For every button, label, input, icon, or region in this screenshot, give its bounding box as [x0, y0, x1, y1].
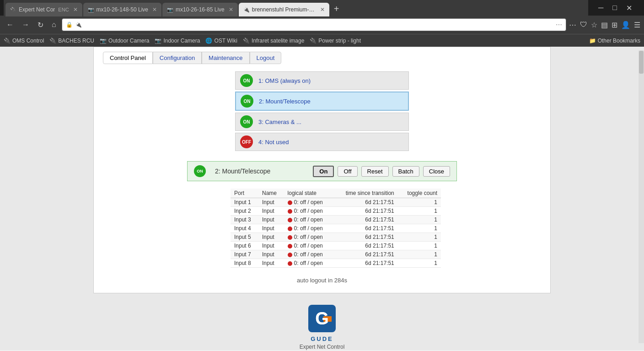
col-toggle: toggle count — [398, 189, 441, 198]
outlet-reset-button[interactable]: Reset — [361, 166, 389, 177]
address-bar[interactable]: 🔒 🔌 ⋯ — [62, 18, 566, 31]
cell-port: Input 2 — [231, 207, 258, 216]
cell-count: 1 — [398, 250, 441, 259]
tab4-close[interactable]: ✕ — [320, 6, 325, 13]
outlet-3-name: 3: Cameras & ... — [258, 119, 301, 125]
cell-count: 1 — [398, 242, 441, 250]
bookmark-infraret-icon: 🔌 — [243, 38, 250, 44]
cell-port: Input 8 — [231, 259, 258, 268]
tab2-label: mx10-26-148-50 Live — [97, 6, 148, 13]
tab1-close[interactable]: ✕ — [73, 6, 78, 13]
star-icon[interactable]: ☆ — [591, 21, 597, 29]
cell-state: 0: off / open — [284, 259, 333, 268]
tab-logout[interactable]: Logout — [250, 52, 282, 64]
bookmark-outdoor-camera[interactable]: 📷 Outdoor Camera — [100, 38, 149, 44]
logo-area: G G GUDE Expert Net Control — [300, 302, 345, 350]
outlet-4-status: OFF — [240, 135, 253, 148]
tab4-favicon: 🔌 — [243, 7, 250, 13]
security-icon: 🔒 — [66, 22, 73, 28]
selected-outlet-indicator: ON — [194, 165, 206, 177]
outlet-row-2[interactable]: ON 2: Mount/Telescope — [235, 92, 409, 111]
close-window-button[interactable]: ✕ — [623, 3, 635, 13]
tab2-close[interactable]: ✕ — [152, 6, 157, 13]
nav-bar: ← → ↻ ⌂ 🔒 🔌 ⋯ ⋯ 🛡 ☆ ▤ ⊞ 👤 ☰ — [0, 16, 644, 34]
table-row: Input 5 Input 0: off / open 6d 21:17:51 … — [231, 233, 441, 242]
auto-logout: auto logout in 284s — [103, 277, 541, 284]
main-panel: Control Panel Configuration Maintenance … — [93, 47, 551, 293]
tab-maintenance[interactable]: Maintenance — [202, 52, 249, 64]
table-row: Input 3 Input 0: off / open 6d 21:17:51 … — [231, 216, 441, 224]
browser-tab-4[interactable]: 🔌 brennenstuhl Premium-Web-L ✕ — [239, 3, 329, 16]
other-bookmarks[interactable]: 📁 Other Bookmarks — [589, 38, 640, 44]
cell-count: 1 — [398, 233, 441, 242]
maximize-button[interactable]: □ — [610, 3, 620, 13]
cell-name: Input — [258, 216, 284, 224]
cell-port: Input 7 — [231, 250, 258, 259]
cell-port: Input 1 — [231, 198, 258, 207]
cell-name: Input — [258, 207, 284, 216]
menu-icon[interactable]: ☰ — [634, 21, 640, 29]
tab4-label: brennenstuhl Premium-Web-L — [252, 6, 316, 13]
tab1-favicon: 🔌 — [10, 7, 16, 13]
cell-name: Input — [258, 242, 284, 250]
outlet-batch-button[interactable]: Batch — [392, 166, 419, 177]
cell-name: Input — [258, 259, 284, 268]
bookmark-oms-icon: 🔌 — [4, 38, 11, 44]
profile-icon[interactable]: 👤 — [621, 21, 630, 29]
cell-state: 0: off / open — [284, 198, 333, 207]
bookmark-ost-wiki[interactable]: 🌐 OST Wiki — [205, 38, 237, 44]
bookmark-wiki-icon: 🌐 — [205, 38, 212, 44]
outlet-2-status: ON — [241, 95, 253, 108]
cell-port: Input 6 — [231, 242, 258, 250]
cell-name: Input — [258, 233, 284, 242]
table-row: Input 2 Input 0: off / open 6d 21:17:51 … — [231, 207, 441, 216]
browser-tab-1[interactable]: 🔌 Expert Net Cor ENC ✕ — [5, 3, 82, 16]
outlet-row-1[interactable]: ON 1: OMS (always on) — [235, 71, 409, 90]
new-tab-button[interactable]: + — [330, 4, 343, 14]
outlet-row-4[interactable]: OFF 4: Not used — [235, 133, 409, 151]
bookmark-power-strip[interactable]: 🔌 Power strip - light — [310, 38, 361, 44]
outlet-off-button[interactable]: Off — [338, 166, 357, 177]
tab-configuration[interactable]: Configuration — [153, 52, 202, 64]
bookmark-baches-rcu[interactable]: 🔌 BACHES RCU — [49, 38, 94, 44]
back-button[interactable]: ← — [4, 19, 16, 31]
table-row: Input 7 Input 0: off / open 6d 21:17:51 … — [231, 250, 441, 259]
outlet-on-button[interactable]: On — [313, 166, 334, 177]
cell-count: 1 — [398, 259, 441, 268]
minimize-button[interactable]: ─ — [596, 3, 606, 13]
outlet-close-button[interactable]: Close — [423, 166, 450, 177]
sidebar-icon[interactable]: ▤ — [601, 21, 608, 29]
bookmark-outdoor-icon: 📷 — [100, 38, 107, 44]
bookmark-oms-control[interactable]: 🔌 OMS Control — [4, 38, 44, 44]
reload-button[interactable]: ↻ — [35, 19, 46, 31]
selected-outlet-name: 2: Mount/Telescope — [215, 167, 309, 175]
outlet-row-3[interactable]: ON 3: Cameras & ... — [235, 113, 409, 131]
cell-name: Input — [258, 198, 284, 207]
bookmark-infraret[interactable]: 🔌 Infraret satelite image — [243, 38, 304, 44]
tab3-close[interactable]: ✕ — [229, 6, 233, 13]
cell-state: 0: off / open — [284, 242, 333, 250]
bookmark-indoor-camera[interactable]: 📷 Indoor Camera — [155, 38, 200, 44]
home-button[interactable]: ⌂ — [49, 19, 59, 31]
cell-port: Input 4 — [231, 224, 258, 233]
forward-button[interactable]: → — [19, 19, 32, 31]
browser-tab-3[interactable]: 📷 mx10-26-16-85 Live ✕ — [162, 3, 238, 16]
browser-tab-2[interactable]: 📷 mx10-26-148-50 Live ✕ — [83, 3, 161, 16]
scrollbar-thumb[interactable] — [639, 51, 644, 74]
tabs-icon[interactable]: ⊞ — [612, 21, 617, 29]
outlet-2-name: 2: Mount/Telescope — [259, 98, 311, 105]
bookmark-power-icon: 🔌 — [310, 38, 317, 44]
col-logical-state: logical state — [284, 189, 333, 198]
outlet-control-bar: ON 2: Mount/Telescope On Off Reset Batch… — [187, 161, 457, 181]
bookmarks-bar: 🔌 OMS Control 🔌 BACHES RCU 📷 Outdoor Cam… — [0, 34, 644, 47]
scrollbar[interactable] — [639, 50, 644, 343]
svg-text:G: G — [315, 309, 329, 328]
cell-state: 0: off / open — [284, 207, 333, 216]
address-menu-icon: ⋯ — [556, 21, 562, 28]
panel-tabs: Control Panel Configuration Maintenance … — [103, 52, 541, 64]
cell-time: 6d 21:17:51 — [333, 198, 397, 207]
bookmark-baches-icon: 🔌 — [49, 38, 56, 44]
tab-control-panel[interactable]: Control Panel — [103, 52, 153, 64]
cell-state: 0: off / open — [284, 216, 333, 224]
page-content: Control Panel Configuration Maintenance … — [0, 47, 644, 350]
